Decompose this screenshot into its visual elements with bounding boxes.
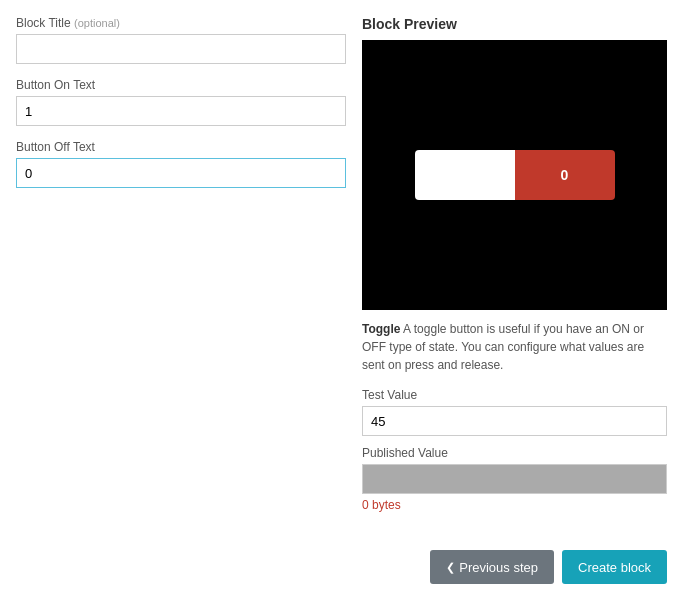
button-on-group: Button On Text bbox=[16, 78, 346, 126]
button-on-input[interactable] bbox=[16, 96, 346, 126]
toggle-off[interactable]: 0 bbox=[515, 150, 615, 200]
button-on-label: Button On Text bbox=[16, 78, 346, 92]
create-block-button[interactable]: Create block bbox=[562, 550, 667, 584]
previous-step-button[interactable]: ❮ Previous step bbox=[430, 550, 554, 584]
preview-title: Block Preview bbox=[362, 16, 667, 32]
toggle-on[interactable] bbox=[415, 150, 515, 200]
chevron-left-icon: ❮ bbox=[446, 561, 455, 574]
block-title-group: Block Title (optional) bbox=[16, 16, 346, 64]
block-title-label: Block Title (optional) bbox=[16, 16, 346, 30]
left-panel: Block Title (optional) Button On Text Bu… bbox=[16, 16, 346, 584]
right-panel: Block Preview 0 Toggle A toggle button i… bbox=[362, 16, 667, 584]
button-off-group: Button Off Text bbox=[16, 140, 346, 188]
toggle-widget[interactable]: 0 bbox=[415, 150, 615, 200]
preview-box: 0 bbox=[362, 40, 667, 310]
published-value-label: Published Value bbox=[362, 446, 667, 460]
footer-buttons: ❮ Previous step Create block bbox=[430, 550, 667, 584]
block-title-input[interactable] bbox=[16, 34, 346, 64]
button-off-input[interactable] bbox=[16, 158, 346, 188]
test-value-input[interactable] bbox=[362, 406, 667, 436]
bytes-text: 0 bytes bbox=[362, 498, 667, 512]
toggle-description: Toggle A toggle button is useful if you … bbox=[362, 320, 667, 374]
test-value-label: Test Value bbox=[362, 388, 667, 402]
published-value-box bbox=[362, 464, 667, 494]
button-off-label: Button Off Text bbox=[16, 140, 346, 154]
